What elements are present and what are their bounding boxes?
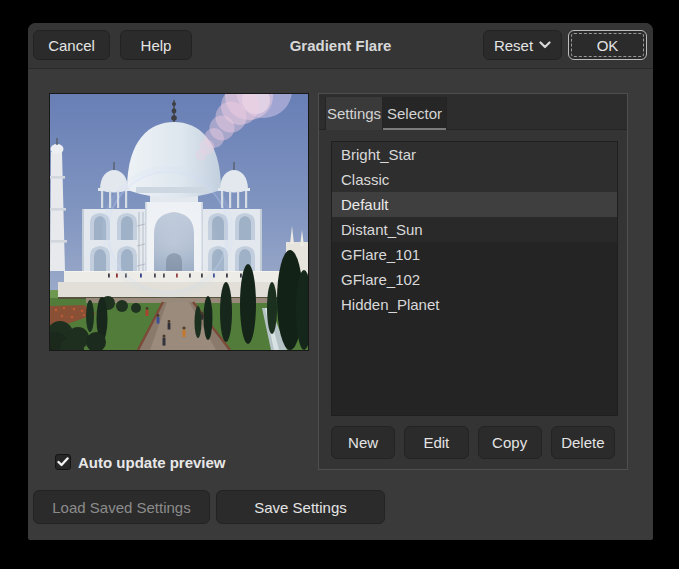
save-settings-button[interactable]: Save Settings [216,490,385,524]
selector-panel: Settings Selector Bright_StarClassicDefa… [318,93,628,470]
delete-button[interactable]: Delete [551,426,615,459]
copy-button[interactable]: Copy [478,426,542,459]
tab-bar: Settings Selector [319,94,627,130]
list-item[interactable]: GFlare_101 [332,242,617,267]
cancel-button[interactable]: Cancel [33,30,110,60]
flare-list[interactable]: Bright_StarClassicDefaultDistant_SunGFla… [331,141,618,416]
list-item[interactable]: GFlare_102 [332,267,617,292]
taj-mahal-flare-illustration [50,94,308,350]
auto-update-checkbox[interactable] [55,454,71,470]
list-item[interactable]: Classic [332,167,617,192]
load-saved-settings-button[interactable]: Load Saved Settings [33,490,210,524]
auto-update-label[interactable]: Auto update preview [78,454,226,471]
tab-selector[interactable]: Selector [382,97,447,130]
list-item[interactable]: Bright_Star [332,142,617,167]
tab-settings[interactable]: Settings [325,97,383,130]
auto-update-row: Auto update preview [55,453,226,471]
flare-list-actions: New Edit Copy Delete [331,426,615,459]
new-button[interactable]: New [331,426,395,459]
help-button[interactable]: Help [120,30,192,60]
gradient-flare-dialog: Cancel Help Gradient Flare Reset OK [28,23,653,540]
list-item[interactable]: Distant_Sun [332,217,617,242]
list-item[interactable]: Hidden_Planet [332,292,617,317]
chevron-down-icon [539,41,551,49]
dialog-header: Cancel Help Gradient Flare Reset OK [28,23,653,69]
checkmark-icon [57,457,69,467]
reset-button[interactable]: Reset [483,30,562,60]
preview-image[interactable] [49,93,309,351]
list-item[interactable]: Default [332,192,617,217]
reset-button-label: Reset [494,37,533,54]
edit-button[interactable]: Edit [404,426,468,459]
ok-button[interactable]: OK [568,30,647,60]
screen-background: Cancel Help Gradient Flare Reset OK [0,0,679,569]
